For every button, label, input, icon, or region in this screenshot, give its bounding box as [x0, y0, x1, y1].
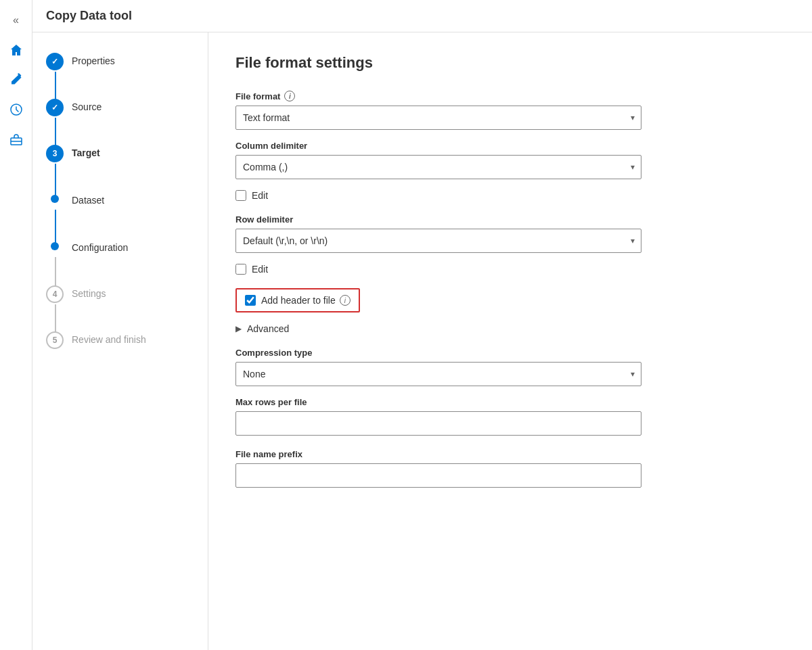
collapse-icon: «: [13, 14, 19, 26]
file-format-select-wrapper: Text format Binary format ORC format Par…: [235, 106, 641, 130]
step-configuration: Configuration: [46, 238, 194, 285]
number-target: 3: [53, 149, 58, 158]
add-header-checkbox[interactable]: [245, 295, 256, 306]
row-delimiter-edit-row: Edit: [235, 264, 641, 275]
advanced-chevron-icon: ▶: [235, 324, 242, 333]
step-label-target: Target: [72, 145, 100, 158]
add-header-label[interactable]: Add header to file i: [261, 295, 351, 306]
step-properties: ✓ Properties: [46, 53, 194, 99]
file-format-label: File format i: [235, 91, 641, 101]
icon-bar: «: [0, 0, 32, 650]
form-section: File format i Text format Binary format …: [235, 91, 641, 501]
step-circle-review: 5: [46, 331, 64, 349]
add-header-info-icon[interactable]: i: [340, 295, 351, 306]
add-header-highlight-box: Add header to file i: [235, 288, 360, 312]
checkmark-source: ✓: [51, 103, 58, 112]
pencil-icon: [9, 73, 23, 87]
step-label-dataset: Dataset: [72, 192, 104, 206]
column-delimiter-edit-checkbox[interactable]: [235, 190, 246, 201]
step-label-configuration: Configuration: [72, 239, 128, 253]
monitor-icon: [9, 103, 23, 116]
advanced-label: Advanced: [247, 323, 289, 334]
compression-type-select[interactable]: None gzip bzip2 deflate ZipDeflate snapp…: [235, 362, 641, 386]
top-bar: Copy Data tool: [32, 0, 812, 32]
column-delimiter-select-wrapper: Comma (,) Tab (\t) Semicolon (;) Pipe (|…: [235, 155, 641, 179]
file-name-prefix-input[interactable]: [235, 463, 641, 488]
file-name-prefix-label: File name prefix: [235, 449, 641, 459]
step-source: ✓ Source: [46, 99, 194, 145]
monitor-button[interactable]: [4, 97, 28, 122]
column-delimiter-edit-row: Edit: [235, 190, 641, 201]
step-label-properties: Properties: [72, 53, 115, 66]
column-delimiter-edit-label[interactable]: Edit: [252, 190, 268, 201]
number-review: 5: [53, 335, 58, 345]
step-circle-source: ✓: [46, 99, 64, 116]
compression-type-select-wrapper: None gzip bzip2 deflate ZipDeflate snapp…: [235, 362, 641, 386]
row-delimiter-label: Row delimiter: [235, 214, 641, 225]
max-rows-label: Max rows per file: [235, 397, 641, 407]
home-button[interactable]: [4, 38, 28, 62]
step-circle-dataset: [51, 195, 59, 203]
main-panel: File format settings File format i Text …: [208, 32, 812, 650]
number-settings: 4: [53, 289, 58, 299]
toolbox-icon: [9, 133, 23, 146]
step-circle-target: 3: [46, 145, 64, 162]
row-delimiter-edit-label[interactable]: Edit: [252, 264, 268, 275]
collapse-button[interactable]: «: [4, 8, 28, 32]
max-rows-input[interactable]: [235, 411, 641, 436]
author-button[interactable]: [4, 68, 28, 92]
row-delimiter-select-wrapper: Default (\r,\n, or \r\n) Carriage Return…: [235, 229, 641, 253]
step-settings: 4 Settings: [46, 285, 194, 331]
sidebar: ✓ Properties ✓ Source 3: [32, 32, 208, 650]
panel-title: File format settings: [235, 54, 785, 72]
step-label-settings: Settings: [72, 285, 106, 299]
content-area: ✓ Properties ✓ Source 3: [32, 32, 812, 650]
app-title: Copy Data tool: [46, 9, 132, 23]
compression-type-label: Compression type: [235, 348, 641, 358]
step-dataset: Dataset: [46, 191, 194, 238]
home-icon: [9, 43, 23, 57]
row-delimiter-edit-checkbox[interactable]: [235, 264, 246, 275]
column-delimiter-select[interactable]: Comma (,) Tab (\t) Semicolon (;) Pipe (|…: [235, 155, 641, 179]
step-target: 3 Target: [46, 145, 194, 191]
checkmark-properties: ✓: [51, 57, 58, 66]
row-delimiter-select[interactable]: Default (\r,\n, or \r\n) Carriage Return…: [235, 229, 641, 253]
file-format-info-icon[interactable]: i: [284, 91, 295, 101]
step-label-review: Review and finish: [72, 331, 146, 345]
main-content: Copy Data tool ✓ Properties ✓: [32, 0, 812, 650]
toolbox-button[interactable]: [4, 127, 28, 152]
step-circle-properties: ✓: [46, 53, 64, 70]
step-label-source: Source: [72, 99, 102, 112]
step-circle-settings: 4: [46, 285, 64, 303]
column-delimiter-label: Column delimiter: [235, 141, 641, 151]
step-review: 5 Review and finish: [46, 331, 194, 377]
step-circle-configuration: [51, 242, 59, 250]
stepper: ✓ Properties ✓ Source 3: [46, 53, 194, 377]
advanced-toggle[interactable]: ▶ Advanced: [235, 323, 641, 334]
file-format-select[interactable]: Text format Binary format ORC format Par…: [235, 106, 641, 130]
